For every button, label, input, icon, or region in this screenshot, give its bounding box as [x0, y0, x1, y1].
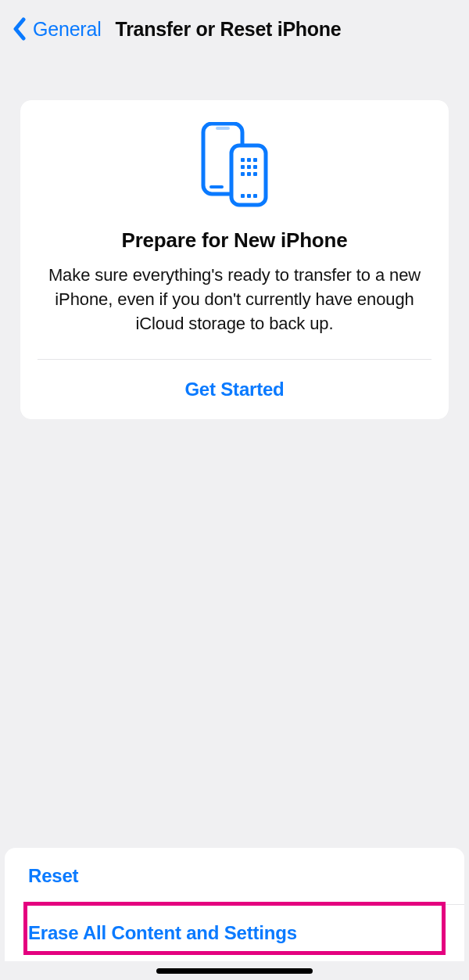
- svg-rect-6: [253, 158, 257, 162]
- card-title: Prepare for New iPhone: [20, 228, 449, 253]
- iphone-pair-icon: [20, 122, 449, 228]
- svg-rect-4: [241, 158, 245, 162]
- erase-all-button[interactable]: Erase All Content and Settings: [5, 905, 464, 961]
- prepare-card: Prepare for New iPhone Make sure everyth…: [20, 100, 449, 419]
- svg-rect-10: [241, 172, 245, 176]
- svg-rect-12: [253, 172, 257, 176]
- svg-rect-9: [253, 165, 257, 169]
- navigation-bar: General Transfer or Reset iPhone: [0, 0, 469, 53]
- get-started-button[interactable]: Get Started: [20, 360, 449, 419]
- page-title: Transfer or Reset iPhone: [116, 18, 342, 41]
- reset-button[interactable]: Reset: [5, 848, 464, 904]
- svg-rect-11: [247, 172, 251, 176]
- back-button[interactable]: General: [33, 18, 102, 41]
- svg-rect-8: [247, 165, 251, 169]
- home-indicator[interactable]: [156, 968, 313, 974]
- card-description: Make sure everything's ready to transfer…: [20, 264, 449, 359]
- back-chevron-icon[interactable]: [13, 17, 27, 41]
- svg-rect-13: [241, 194, 245, 198]
- svg-rect-1: [216, 127, 230, 130]
- svg-rect-7: [241, 165, 245, 169]
- svg-rect-14: [247, 194, 251, 198]
- reset-options-list: Reset Erase All Content and Settings: [5, 848, 464, 961]
- svg-rect-15: [253, 194, 257, 198]
- svg-rect-5: [247, 158, 251, 162]
